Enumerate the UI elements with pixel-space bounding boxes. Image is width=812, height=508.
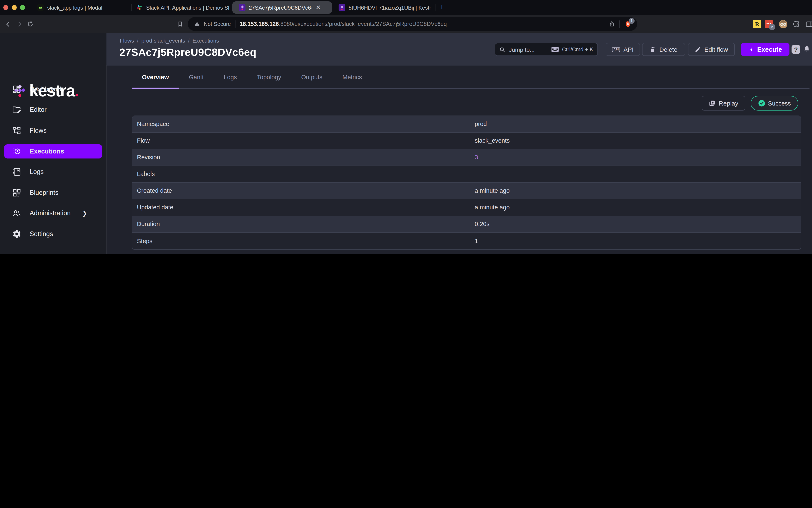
page-title: 27SAc7j5RpreU9C8DVc6eq	[119, 46, 256, 58]
editor-icon	[12, 105, 21, 115]
blueprints-icon	[12, 188, 21, 197]
svg-text:R: R	[755, 21, 760, 27]
page-tabs: OverviewGanttLogsTopologyOutputsMetrics	[132, 66, 810, 89]
modal-favicon	[37, 4, 44, 11]
sidebar-item-label: Blueprints	[30, 189, 59, 197]
page-header: Flows/prod.slack_events/Executions 27SAc…	[107, 33, 812, 66]
bell-icon[interactable]	[803, 45, 810, 52]
extension-password-icon[interactable]: 2	[765, 15, 773, 33]
success-check-icon	[758, 100, 765, 107]
slack-favicon	[136, 4, 143, 11]
bookmark-icon[interactable]	[177, 15, 183, 33]
tab-title: slack_app logs | Modal	[47, 4, 102, 11]
reload-icon[interactable]	[27, 15, 34, 33]
not-secure-icon	[194, 21, 200, 27]
main-panel: Flows/prod.slack_events/Executions 27SAc…	[107, 33, 812, 254]
overview-row-revision: Revision3	[132, 149, 801, 166]
edit-flow-button[interactable]: Edit flow	[688, 43, 735, 56]
sidebar-item-flows[interactable]: Flows	[0, 120, 107, 141]
sidebar-item-administration[interactable]: Administration❯	[0, 203, 107, 223]
browser-tab-modal[interactable]: slack_app logs | Modal	[37, 0, 127, 15]
overview-row-updated-date: Updated datea minute ago	[132, 199, 801, 216]
kestra-app: kestra. DashboardEditorFlowsExecutionsLo…	[0, 33, 812, 254]
traffic-light-minimize[interactable]	[12, 5, 17, 10]
overview-row-steps: Steps1	[132, 232, 801, 249]
tab-metrics[interactable]: Metrics	[333, 66, 372, 89]
jump-shortcut: Ctrl/Cmd + K	[562, 46, 593, 52]
address-bar[interactable]: Not Secure 18.153.185.126:8080/ui/execut…	[188, 17, 637, 31]
executions-icon	[12, 146, 21, 156]
extension-r-icon[interactable]: R	[753, 15, 761, 33]
new-tab-button[interactable]: +	[439, 2, 444, 12]
sidebar-item-editor[interactable]: Editor	[0, 99, 107, 120]
security-label: Not Secure	[204, 21, 231, 27]
brave-shields-icon[interactable]: 1	[624, 19, 632, 29]
back-icon[interactable]	[4, 15, 12, 33]
replay-icon	[709, 100, 716, 107]
sidebar-item-settings[interactable]: Settings	[0, 223, 107, 244]
forward-icon[interactable]	[16, 15, 24, 33]
sidebar-panel-icon[interactable]	[805, 15, 812, 33]
dashboard-icon	[12, 85, 21, 94]
logs-icon	[12, 167, 21, 176]
chevron-right-icon: ❯	[82, 210, 87, 217]
status-badge[interactable]: Success	[750, 96, 798, 111]
api-icon: API	[612, 47, 620, 52]
sidebar-item-label: Administration	[30, 210, 71, 217]
execution-overview-table: NamespaceprodFlowslack_eventsRevision3La…	[132, 115, 801, 250]
browser-tab-kestra2[interactable]: 5fUH6HDVF71iazoZq1UBij | Kestra	[339, 0, 431, 15]
tab-outputs[interactable]: Outputs	[291, 66, 333, 89]
search-icon	[499, 46, 505, 52]
sidebar-menu: DashboardEditorFlowsExecutionsLogsBluepr…	[0, 79, 107, 244]
share-icon[interactable]	[609, 20, 615, 28]
administration-icon	[12, 209, 21, 218]
sidebar-item-label: Flows	[30, 127, 46, 134]
tab-title: 27SAc7j5RpreU9C8DVc6eq |	[249, 4, 311, 11]
kestra-favicon	[239, 4, 245, 11]
jump-to-search[interactable]: Jump to... Ctrl/Cmd + K	[495, 43, 598, 56]
help-button[interactable]: ?	[791, 45, 800, 54]
extensions-puzzle-icon[interactable]	[792, 15, 800, 33]
keyboard-icon	[551, 47, 558, 52]
sidebar-item-dashboard[interactable]: Dashboard	[0, 79, 107, 99]
sidebar-item-label: Executions	[30, 147, 64, 155]
breadcrumb-executions[interactable]: Executions	[192, 38, 219, 44]
replay-button[interactable]: Replay	[702, 96, 745, 111]
avatar-extension-icon[interactable]	[779, 15, 787, 33]
tab-logs[interactable]: Logs	[214, 66, 247, 89]
kestra-favicon	[339, 4, 345, 11]
sidebar-item-logs[interactable]: Logs	[0, 162, 107, 182]
close-tab-icon[interactable]: ✕	[315, 4, 322, 11]
tab-topology[interactable]: Topology	[247, 66, 291, 89]
api-button[interactable]: API API	[606, 43, 640, 56]
browser-tab-slack[interactable]: Slack API: Applications | Demos Sl	[136, 0, 229, 15]
browser-tab-bar: slack_app logs | Modal Slack API: Applic…	[0, 0, 812, 15]
delete-button[interactable]: Delete	[642, 43, 685, 56]
sidebar-item-label: Settings	[30, 230, 53, 238]
url-text: 18.153.185.126:8080/ui/executions/prod/s…	[240, 21, 447, 27]
sidebar-item-executions[interactable]: Executions	[0, 141, 107, 162]
sidebar-item-label: Logs	[30, 168, 44, 176]
tab-overview[interactable]: Overview	[132, 66, 179, 89]
overview-row-labels: Labels	[132, 166, 801, 182]
actions-row: Replay Success	[107, 96, 812, 111]
trash-icon	[650, 46, 656, 53]
traffic-light-close[interactable]	[3, 5, 8, 10]
pencil-icon	[695, 46, 701, 52]
sidebar-item-blueprints[interactable]: Blueprints	[0, 182, 107, 203]
browser-tab-active[interactable]: 27SAc7j5RpreU9C8DVc6eq | ✕	[232, 1, 332, 14]
sidebar-item-label: Editor	[30, 106, 46, 114]
tab-title: Slack API: Applications | Demos Sl	[146, 4, 229, 11]
traffic-light-zoom[interactable]	[20, 5, 25, 10]
breadcrumb-flows[interactable]: Flows	[120, 38, 134, 44]
browser-toolbar: Not Secure 18.153.185.126:8080/ui/execut…	[0, 15, 812, 33]
breadcrumb: Flows/prod.slack_events/Executions	[120, 38, 219, 44]
breadcrumb-namespace[interactable]: prod.slack_events	[141, 38, 185, 44]
brave-badge: 1	[629, 18, 634, 24]
tab-gantt[interactable]: Gantt	[179, 66, 214, 89]
tab-title: 5fUH6HDVF71iazoZq1UBij | Kestra	[349, 4, 431, 11]
screen: slack_app logs | Modal Slack API: Applic…	[0, 0, 812, 254]
sidebar: kestra. DashboardEditorFlowsExecutionsLo…	[0, 33, 107, 254]
jump-placeholder: Jump to...	[509, 46, 535, 53]
execute-button[interactable]: Execute	[741, 43, 789, 56]
